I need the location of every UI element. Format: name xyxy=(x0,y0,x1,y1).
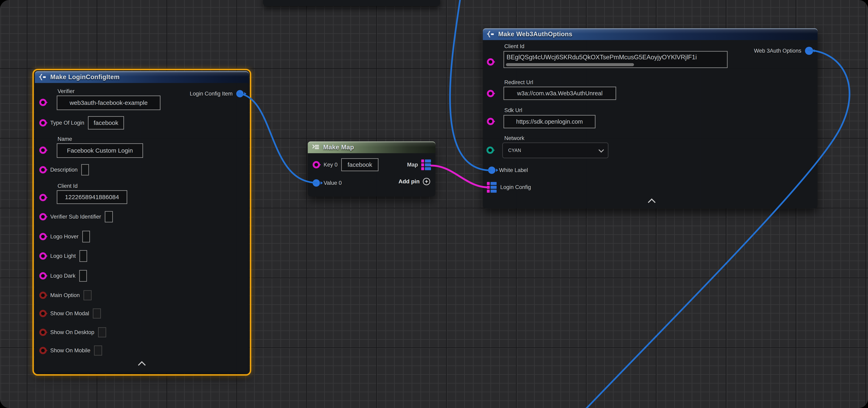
wire-map-to-login-config[interactable] xyxy=(431,166,489,188)
key0-label: Key 0 xyxy=(323,162,338,168)
login-config-item-output-pin[interactable] xyxy=(236,90,244,97)
node-title: Make Web3AuthOptions xyxy=(498,31,572,38)
sdk-url-pin[interactable] xyxy=(487,118,494,125)
wire-login-config-item-to-value0[interactable] xyxy=(238,94,317,183)
make-struct-icon xyxy=(487,31,495,38)
pin-row-login-config-item-output: Login Config Item xyxy=(190,87,244,100)
redirect-url-label: Redirect Url xyxy=(504,79,533,86)
show-on-mobile-checkbox[interactable] xyxy=(94,345,102,355)
main-option-pin[interactable] xyxy=(39,292,46,299)
show-on-desktop-checkbox[interactable] xyxy=(98,327,106,337)
value0-pin[interactable] xyxy=(313,179,320,186)
chevron-up-icon xyxy=(648,198,655,206)
key0-pin[interactable] xyxy=(313,161,320,168)
value0-row: Value 0 xyxy=(313,176,342,190)
partial-node-top[interactable] xyxy=(263,0,440,6)
node-title: Make Map xyxy=(323,144,354,151)
type-of-login-pin[interactable] xyxy=(39,119,46,127)
show-on-mobile-label: Show On Mobile xyxy=(50,347,90,354)
login-config-row: Login Config xyxy=(487,180,531,194)
show-on-modal-pin[interactable] xyxy=(39,310,46,317)
map-output-row: Map xyxy=(407,158,431,171)
client-id-pin[interactable] xyxy=(39,194,46,201)
output-pin-label: Login Config Item xyxy=(190,91,232,97)
logo-dark-pin[interactable] xyxy=(39,272,46,279)
verifier-pin[interactable] xyxy=(39,99,46,106)
key0-input[interactable]: facebook xyxy=(341,158,378,171)
show-on-modal-checkbox[interactable] xyxy=(93,308,101,318)
chevron-up-icon xyxy=(138,361,146,369)
show-on-modal-row: Show On Modal xyxy=(39,307,101,320)
logo-light-input[interactable] xyxy=(80,250,87,262)
logo-hover-pin[interactable] xyxy=(39,233,46,240)
redirect-url-input[interactable]: w3a://com.w3a.Web3AuthUnreal xyxy=(503,87,616,100)
web3auth-options-output-label: Web 3Auth Options xyxy=(754,48,801,54)
network-dropdown[interactable]: CYAN xyxy=(502,142,609,158)
add-pin-button[interactable]: Add pin + xyxy=(399,178,430,185)
logo-dark-row: Logo Dark xyxy=(39,269,87,282)
client-id-label: Client Id xyxy=(58,183,78,189)
node-header-make-loginconfigitem[interactable]: Make LoginConfigItem xyxy=(35,71,249,83)
login-config-pin[interactable] xyxy=(487,182,497,193)
logo-dark-label: Logo Dark xyxy=(50,273,75,279)
main-option-label: Main Option xyxy=(50,292,80,299)
show-on-modal-label: Show On Modal xyxy=(50,310,89,317)
name-input[interactable]: Facebook Custom Login xyxy=(57,143,143,158)
logo-hover-input[interactable] xyxy=(82,231,90,242)
verifier-sub-identifier-input[interactable] xyxy=(105,211,113,223)
sdk-url-input[interactable]: https://sdk.openlogin.com xyxy=(503,115,595,128)
white-label-label: White Label xyxy=(499,167,528,173)
description-pin[interactable] xyxy=(39,166,46,173)
verifier-input[interactable]: web3auth-facebook-example xyxy=(57,96,160,110)
node-make-web3authoptions[interactable]: Make Web3AuthOptions Web 3Auth Options C… xyxy=(483,28,817,208)
network-pin[interactable] xyxy=(487,146,494,154)
blueprint-editor: Make LoginConfigItem Login Config Item V… xyxy=(0,0,868,408)
logo-hover-label: Logo Hover xyxy=(50,234,79,240)
network-field: Network xyxy=(504,135,524,141)
white-label-row: White Label xyxy=(488,164,528,177)
map-output-pin[interactable] xyxy=(421,160,431,170)
web3auth-options-output-pin[interactable] xyxy=(805,47,813,55)
client-id-pin[interactable] xyxy=(487,58,494,66)
verifier-sub-identifier-pin[interactable] xyxy=(39,213,46,220)
description-input[interactable] xyxy=(81,164,89,175)
verifier-field: Verifier xyxy=(58,88,74,95)
client-id-label: Client Id xyxy=(504,43,524,49)
network-label: Network xyxy=(504,135,524,141)
name-pin[interactable] xyxy=(39,146,46,154)
redirect-url-pin[interactable] xyxy=(487,90,494,97)
make-map-icon xyxy=(312,144,320,150)
client-id-input[interactable]: 1222658941886084 xyxy=(57,190,127,204)
chevron-down-icon xyxy=(598,147,604,152)
client-id-field: Client Id xyxy=(58,183,78,189)
make-struct-icon xyxy=(39,73,47,81)
show-on-mobile-pin[interactable] xyxy=(39,347,46,354)
logo-light-label: Logo Light xyxy=(50,253,76,259)
main-option-checkbox[interactable] xyxy=(84,290,92,300)
white-label-pin[interactable] xyxy=(488,167,495,174)
logo-dark-input[interactable] xyxy=(79,270,87,282)
value0-label: Value 0 xyxy=(323,180,342,186)
collapse-node-button[interactable] xyxy=(139,362,145,368)
node-header-make-map[interactable]: Make Map xyxy=(308,141,435,153)
redirect-url-field: Redirect Url xyxy=(504,79,533,86)
logo-light-pin[interactable] xyxy=(39,252,46,260)
type-of-login-row: Type Of Login facebook xyxy=(39,116,124,130)
show-on-mobile-row: Show On Mobile xyxy=(39,344,102,357)
type-of-login-input[interactable]: facebook xyxy=(88,116,124,130)
blueprint-graph-canvas[interactable]: Make LoginConfigItem Login Config Item V… xyxy=(0,0,868,408)
node-header-make-web3authoptions[interactable]: Make Web3AuthOptions xyxy=(483,28,817,40)
client-id-scrollbar[interactable] xyxy=(506,63,634,66)
show-on-desktop-row: Show On Desktop xyxy=(39,326,106,339)
sdk-url-field: Sdk Url xyxy=(504,107,522,113)
main-option-row: Main Option xyxy=(39,288,92,302)
node-make-map[interactable]: Make Map Key 0 facebook Map Value 0 xyxy=(308,141,435,197)
node-title: Make LoginConfigItem xyxy=(50,73,120,81)
logo-light-row: Logo Light xyxy=(39,249,87,263)
network-dropdown-value: CYAN xyxy=(508,148,521,153)
add-pin-label: Add pin xyxy=(399,178,420,185)
show-on-desktop-pin[interactable] xyxy=(39,329,46,336)
node-make-loginconfigitem[interactable]: Make LoginConfigItem Login Config Item V… xyxy=(35,71,249,373)
show-on-desktop-label: Show On Desktop xyxy=(50,329,94,336)
collapse-node-button[interactable] xyxy=(649,200,654,205)
